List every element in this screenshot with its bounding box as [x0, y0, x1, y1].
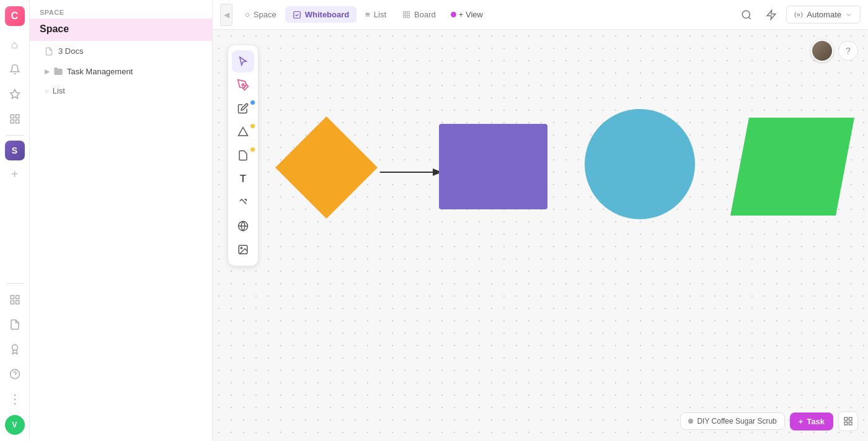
svg-marker-27: [275, 116, 378, 219]
svg-rect-16: [407, 15, 410, 18]
add-view-button[interactable]: + View: [445, 7, 489, 22]
circle-icon: ○: [45, 87, 49, 95]
nav-item-favorites[interactable]: [4, 83, 26, 105]
tool-select[interactable]: [232, 50, 254, 72]
main-content: ◀ ○ Space Whiteboard ≡ List Board + View: [213, 0, 868, 441]
tool-shapes[interactable]: [232, 121, 254, 143]
nav-divider-top: [6, 135, 24, 136]
tool-image[interactable]: [232, 238, 254, 261]
svg-rect-34: [849, 422, 852, 425]
canvas-user-avatar[interactable]: [811, 40, 833, 62]
create-task-button[interactable]: + Task: [790, 413, 833, 430]
svg-point-21: [242, 84, 244, 85]
nav-item-docs[interactable]: [4, 313, 26, 336]
nav-item-home[interactable]: ⌂: [4, 33, 26, 56]
sidebar-item-list[interactable]: ○ List: [35, 82, 207, 100]
grid-view-button[interactable]: [838, 411, 858, 431]
sticky-icon: [237, 150, 249, 161]
nav-item-help[interactable]: [4, 363, 26, 385]
tool-connector[interactable]: [232, 191, 254, 214]
automate-button[interactable]: Automate: [786, 6, 861, 24]
svg-rect-1: [11, 115, 14, 118]
svg-point-26: [241, 247, 242, 248]
diamond-svg: [272, 113, 381, 222]
docs-icon: [45, 47, 53, 56]
search-icon: [741, 9, 752, 20]
shape-parallelogram[interactable]: [730, 118, 854, 216]
svg-rect-15: [404, 15, 406, 18]
tool-pencil[interactable]: [232, 97, 254, 120]
sticky-dot: [250, 147, 255, 152]
whiteboard-tab-icon: [293, 11, 301, 19]
logo-text: C: [11, 11, 19, 22]
sidebar-space-title[interactable]: Space: [30, 19, 212, 41]
select-icon: [237, 56, 249, 67]
svg-marker-30: [730, 118, 854, 216]
nav-item-goals[interactable]: [4, 338, 26, 360]
app-logo[interactable]: C: [5, 6, 25, 26]
svg-rect-31: [844, 417, 848, 421]
sidebar: SPACE Space 3 Docs ▶ Task Management ○ L…: [30, 0, 213, 441]
grid-icon: [843, 416, 853, 426]
tool-text[interactable]: T: [232, 168, 254, 190]
user-avatar[interactable]: V: [5, 415, 25, 435]
tab-board[interactable]: Board: [395, 6, 443, 23]
embed-icon: [237, 220, 249, 232]
task-management-label: Task Management: [67, 67, 133, 76]
shape-rectangle[interactable]: [439, 124, 547, 209]
tool-embed[interactable]: [232, 215, 254, 237]
svg-rect-7: [11, 301, 14, 304]
tab-bar: ◀ ○ Space Whiteboard ≡ List Board + View: [213, 0, 868, 30]
whiteboard-toolbar: T: [228, 45, 259, 266]
lightning-button[interactable]: [761, 5, 781, 25]
tab-space[interactable]: ○ Space: [237, 6, 284, 23]
svg-rect-32: [849, 417, 852, 421]
tool-draw[interactable]: [232, 74, 254, 96]
search-button[interactable]: [737, 5, 756, 25]
shape-diamond[interactable]: [272, 113, 381, 222]
svg-rect-13: [404, 12, 406, 14]
triangle-icon: [237, 126, 249, 138]
lightning-icon: [766, 9, 777, 20]
collapse-sidebar-button[interactable]: ◀: [220, 4, 232, 26]
sidebar-docs-item[interactable]: 3 Docs: [35, 42, 207, 60]
canvas-controls-top-right: ?: [811, 40, 858, 62]
nav-item-dashboard[interactable]: [4, 289, 26, 311]
user-initials: V: [12, 421, 17, 429]
nav-add-space[interactable]: +: [4, 163, 26, 185]
shape-circle[interactable]: [585, 109, 695, 219]
svg-rect-2: [16, 115, 19, 118]
board-tab-label: Board: [414, 10, 436, 19]
nav-item-more[interactable]: ⋮: [4, 388, 26, 410]
svg-point-20: [798, 14, 800, 16]
canvas-bottom-bar: DIY Coffee Sugar Scrub + Task: [680, 411, 858, 431]
svg-rect-3: [11, 120, 14, 123]
shapes-dot: [250, 124, 255, 128]
image-icon: [237, 244, 249, 255]
tab-whiteboard[interactable]: Whiteboard: [285, 6, 357, 23]
list-tab-label: List: [374, 10, 386, 19]
svg-rect-33: [844, 422, 848, 425]
nav-space-badge[interactable]: S: [5, 141, 25, 160]
chevron-right-icon: ▶: [45, 68, 50, 76]
nav-rail: C ⌂ S + ⋮ V: [0, 0, 30, 441]
folder-icon: [53, 66, 63, 76]
task-info-card[interactable]: DIY Coffee Sugar Scrub: [680, 413, 784, 430]
canvas-wrapper[interactable]: T: [213, 30, 868, 441]
task-status-dot: [688, 419, 693, 424]
pencil-dot: [250, 100, 255, 105]
nav-item-notifications[interactable]: [4, 58, 26, 81]
svg-rect-5: [11, 295, 14, 299]
tool-sticky[interactable]: [232, 144, 254, 167]
canvas-help-button[interactable]: ?: [838, 41, 858, 61]
sidebar-item-task-management[interactable]: ▶ Task Management: [35, 62, 207, 81]
svg-rect-8: [16, 301, 19, 304]
svg-line-18: [749, 17, 751, 19]
task-btn-icon: +: [799, 417, 804, 426]
list-label: List: [53, 86, 65, 95]
tab-list[interactable]: ≡ List: [358, 6, 394, 23]
add-view-label: + View: [459, 10, 483, 19]
svg-rect-12: [293, 11, 300, 18]
svg-marker-22: [239, 128, 248, 136]
nav-item-apps[interactable]: [4, 108, 26, 130]
